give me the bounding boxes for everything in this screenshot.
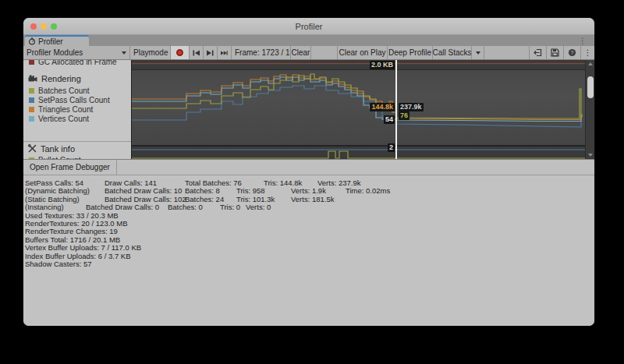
profiler-chart-area[interactable]: 2.0 KB 144.8k 237.9k 76 54 2	[132, 60, 585, 159]
toolbar-gap	[311, 46, 337, 59]
legend-label: Bullet Count	[38, 156, 80, 160]
legend-label: SetPass Calls Count	[38, 96, 110, 104]
setpass-value-label: 54	[384, 115, 395, 124]
batches-value-label: 76	[399, 111, 410, 120]
legend-item-vertices[interactable]: Vertices Count	[23, 114, 131, 123]
legend-label: Vertices Count	[38, 115, 89, 123]
legend-swatch	[29, 88, 34, 94]
next-frame-button[interactable]	[204, 46, 218, 59]
legend-swatch	[29, 116, 34, 122]
tab-bar: Profiler ⋮	[23, 35, 594, 46]
call-stacks-label: Call Stacks	[433, 48, 472, 57]
desktop: { "window": { "title": "Profiler" }, "ta…	[0, 0, 624, 364]
selected-frame-line[interactable]	[395, 60, 397, 159]
deep-profile-label: Deep Profile	[388, 48, 431, 57]
profiler-toolbar: Profiler Modules Playmode Fra	[23, 46, 594, 60]
current-frame-icon	[221, 50, 228, 56]
traffic-lights	[30, 23, 57, 30]
call-stacks-button[interactable]: Call Stacks	[433, 46, 472, 59]
vertices-value-label: 237.9k	[399, 103, 424, 111]
close-window-button[interactable]	[30, 23, 37, 30]
camera-icon	[28, 75, 37, 83]
help-button[interactable]: ?	[563, 46, 580, 59]
profiler-modules-dropdown[interactable]: Profiler Modules	[23, 46, 130, 59]
module-header-tank-info[interactable]: Tank info	[23, 142, 131, 155]
profiler-modules-label: Profiler Modules	[27, 48, 83, 57]
triangles-value-label: 144.8k	[370, 103, 395, 111]
playmode-label: Playmode	[133, 48, 168, 57]
import-icon	[534, 48, 542, 57]
record-icon	[176, 49, 183, 56]
save-profile-button[interactable]	[546, 46, 563, 59]
record-button[interactable]	[171, 46, 190, 59]
module-name: Rendering	[41, 74, 81, 83]
chart-lines	[132, 60, 585, 159]
module-details-panel: Open Frame Debugger SetPass Calls: 54Dra…	[23, 159, 594, 326]
legend-label: GC Allocated in Frame	[38, 60, 117, 66]
deep-profile-toggle[interactable]: Deep Profile	[388, 46, 433, 59]
legend-item-triangles[interactable]: Triangles Count	[23, 104, 131, 114]
frame-counter: Frame: 1723 / 1929	[232, 46, 291, 59]
previous-frame-icon	[193, 50, 200, 56]
scroll-down-arrow-icon[interactable]	[588, 154, 593, 157]
chevron-down-icon	[476, 51, 480, 55]
chevron-down-icon	[122, 51, 126, 55]
scrollbar-thumb[interactable]	[587, 76, 594, 98]
legend-swatch	[29, 157, 34, 160]
playmode-dropdown[interactable]: Playmode	[130, 46, 171, 59]
save-icon	[551, 48, 559, 57]
clipped-legend-item[interactable]: Bullet Count	[23, 155, 131, 159]
legend-swatch	[29, 60, 34, 65]
toolbar-spacer	[484, 46, 529, 59]
stats-line: Index Buffer Uploads: 6 / 3.7 KB	[25, 253, 594, 260]
legend-item-batches[interactable]: Batches Count	[23, 86, 131, 95]
tank-value-label: 2	[388, 143, 395, 152]
legend-label: Batches Count	[38, 87, 90, 95]
minimize-window-button[interactable]	[41, 23, 47, 30]
next-frame-icon	[207, 50, 214, 56]
current-frame-button[interactable]	[218, 46, 232, 59]
stats-line: Shadow Casters: 57	[25, 260, 594, 268]
legend-label: Triangles Count	[38, 105, 93, 114]
open-frame-debugger-button[interactable]: Open Frame Debugger	[23, 160, 117, 175]
clear-on-play-label: Clear on Play	[339, 48, 385, 57]
clear-on-play-toggle[interactable]: Clear on Play	[337, 46, 388, 59]
help-icon: ?	[568, 48, 576, 57]
open-frame-debugger-label: Open Frame Debugger	[30, 163, 110, 171]
title-bar[interactable]: Profiler	[23, 18, 594, 35]
module-name: Tank info	[41, 144, 75, 154]
clipped-legend-item[interactable]: GC Allocated in Frame	[23, 60, 131, 67]
legend-swatch	[29, 97, 34, 103]
frame-counter-label: Frame: 1723 / 1929	[235, 48, 291, 57]
tank-pulse-line	[132, 151, 585, 158]
rendering-stats: SetPass Calls: 54Draw Calls: 141Total Ba…	[23, 175, 594, 268]
legend-swatch	[29, 107, 34, 112]
gc-allocated-value-label: 2.0 KB	[370, 61, 395, 69]
module-header-rendering[interactable]: Rendering	[23, 72, 131, 86]
profiler-window: Profiler Profiler ⋮ Profiler Modules Pla…	[23, 18, 594, 326]
clear-button[interactable]: Clear	[291, 46, 311, 59]
load-profile-button[interactable]	[529, 46, 546, 59]
clear-label: Clear	[292, 48, 310, 57]
tab-profiler[interactable]: Profiler	[25, 35, 89, 46]
toolbar-kebab-icon[interactable]: ⋮	[580, 46, 594, 59]
profiler-charts-region: GC Allocated in Frame Rendering Batches …	[23, 60, 594, 159]
window-title: Profiler	[296, 22, 323, 31]
tab-label: Profiler	[38, 37, 63, 46]
profiler-icon	[28, 37, 36, 45]
vertices-line	[132, 77, 583, 122]
chart-vertical-scrollbar[interactable]	[585, 60, 594, 159]
tools-icon	[28, 144, 37, 153]
legend-item-setpass[interactable]: SetPass Calls Count	[23, 95, 131, 104]
details-toolbar: Open Frame Debugger	[23, 160, 594, 175]
modules-sidebar: GC Allocated in Frame Rendering Batches …	[23, 60, 132, 159]
tab-menu-kebab-icon[interactable]: ⋮	[579, 35, 587, 46]
call-stacks-dropdown[interactable]	[472, 46, 484, 59]
previous-frame-button[interactable]	[190, 46, 204, 59]
triangles-line	[132, 75, 583, 120]
zoom-window-button[interactable]	[51, 23, 57, 30]
scroll-up-arrow-icon[interactable]	[588, 62, 593, 65]
svg-text:?: ?	[571, 50, 574, 55]
